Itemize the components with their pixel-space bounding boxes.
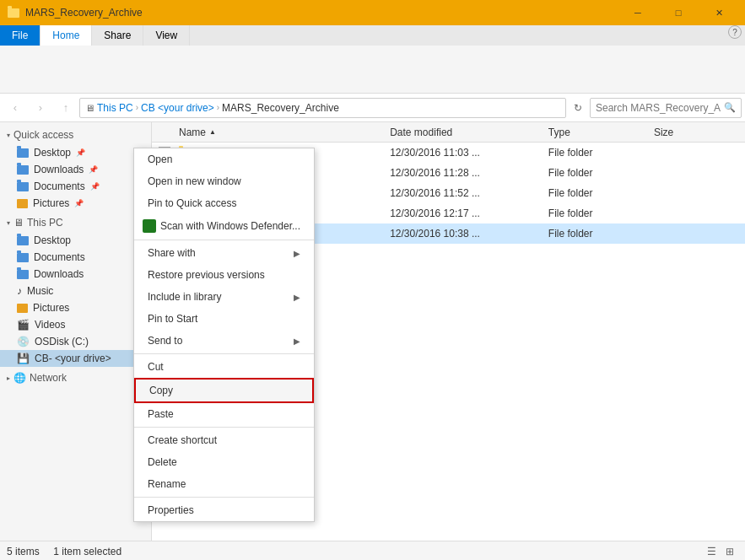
sidebar-item-music[interactable]: ♪ Music xyxy=(0,283,151,299)
ctx-share-with[interactable]: Share with ▶ xyxy=(134,242,314,264)
this-pc-label: This PC xyxy=(27,217,63,229)
network-icon: 🌐 xyxy=(13,372,26,384)
ctx-create-shortcut[interactable]: Create shortcut xyxy=(134,429,314,451)
tab-view[interactable]: View xyxy=(143,25,190,46)
sidebar-label-pictures: Pictures xyxy=(33,302,69,314)
this-pc-chevron: ▾ xyxy=(7,219,10,227)
ctx-sep3 xyxy=(134,427,314,428)
music-icon: ♪ xyxy=(17,285,22,297)
title-bar-left: MARS_Recovery_Archive xyxy=(7,6,143,19)
title-bar-icon xyxy=(7,6,20,19)
col-name-header[interactable]: Name ▲ xyxy=(179,127,390,138)
ctx-scan-label: Scan with Windows Defender... xyxy=(160,220,300,232)
sidebar-item-pictures[interactable]: Pictures xyxy=(0,299,151,316)
ctx-properties[interactable]: Properties xyxy=(134,499,314,521)
ctx-open-new-window[interactable]: Open in new window xyxy=(134,170,314,192)
tab-home[interactable]: Home xyxy=(40,25,92,46)
sidebar-item-downloads[interactable]: Downloads xyxy=(0,266,151,283)
ctx-open-new-label: Open in new window xyxy=(148,175,241,187)
ctx-open[interactable]: Open xyxy=(134,148,314,170)
breadcrumb-icon: 🖥 xyxy=(85,103,94,113)
sidebar-item-documents[interactable]: Documents xyxy=(0,249,151,266)
list-view-button[interactable]: ☰ xyxy=(703,544,720,559)
ctx-scan-defender[interactable]: Scan with Windows Defender... xyxy=(134,214,314,238)
documents-folder-icon xyxy=(17,253,29,262)
sidebar-item-pictures-qa[interactable]: Pictures 📌 xyxy=(0,195,151,212)
title-bar-text: MARS_Recovery_Archive xyxy=(25,7,143,19)
ctx-cut[interactable]: Cut xyxy=(134,356,314,378)
help-button[interactable]: ? xyxy=(728,25,742,39)
close-button[interactable]: ✕ xyxy=(699,0,738,25)
ctx-pin-start-label: Pin to Start xyxy=(148,313,197,325)
documents-icon xyxy=(17,182,29,191)
search-icon[interactable]: 🔍 xyxy=(724,102,736,113)
sidebar-label-desktop: Desktop xyxy=(34,234,71,246)
breadcrumb-thispc[interactable]: This PC xyxy=(97,102,133,114)
sidebar-item-documents-qa[interactable]: Documents 📌 xyxy=(0,178,151,195)
tab-file[interactable]: File xyxy=(0,25,40,46)
back-button[interactable]: ‹ xyxy=(3,96,27,120)
desktop-folder-icon xyxy=(17,236,29,245)
ctx-restore-versions[interactable]: Restore previous versions xyxy=(134,264,314,286)
tab-share[interactable]: Share xyxy=(92,25,143,46)
ctx-paste[interactable]: Paste xyxy=(134,403,314,425)
file-date-3: 12/30/2016 12:17 ... xyxy=(390,207,548,219)
ctx-share-label: Share with xyxy=(148,247,196,259)
quick-access-header[interactable]: ▾ Quick access xyxy=(0,126,151,144)
breadcrumb-bar[interactable]: 🖥 This PC › CB <your drive> › MARS_Recov… xyxy=(79,98,566,118)
sidebar-item-desktop-qa[interactable]: Desktop 📌 xyxy=(0,144,151,161)
network-chevron: ▸ xyxy=(7,374,10,382)
network-label: Network xyxy=(30,372,67,384)
ctx-pin-start[interactable]: Pin to Start xyxy=(134,308,314,330)
sidebar-label-videos: Videos xyxy=(35,319,65,331)
ctx-delete[interactable]: Delete xyxy=(134,451,314,473)
ctx-restore-label: Restore previous versions xyxy=(148,269,265,281)
this-pc-header[interactable]: ▾ 🖥 This PC xyxy=(0,213,151,232)
network-header[interactable]: ▸ 🌐 Network xyxy=(0,369,151,387)
col-size-header[interactable]: Size xyxy=(654,127,738,138)
minimize-button[interactable]: ─ xyxy=(618,0,657,25)
ctx-rename[interactable]: Rename xyxy=(134,473,314,495)
sidebar-item-osdisk[interactable]: 💿 OSDisk (C:) xyxy=(0,333,151,350)
ctx-rename-label: Rename xyxy=(148,478,186,490)
ctx-sendto-label: Send to xyxy=(148,335,182,347)
refresh-button[interactable]: ↻ xyxy=(568,98,588,118)
title-folder-icon xyxy=(8,8,19,18)
sidebar-item-videos[interactable]: 🎬 Videos xyxy=(0,316,151,333)
up-button[interactable]: ↑ xyxy=(54,96,78,120)
quick-access-chevron: ▾ xyxy=(7,132,10,139)
file-date-1: 12/30/2016 11:28 ... xyxy=(390,167,548,179)
breadcrumb-drive[interactable]: CB <your drive> xyxy=(141,102,214,114)
ctx-pin-label: Pin to Quick access xyxy=(148,197,236,209)
search-input[interactable] xyxy=(596,102,721,114)
col-type-header[interactable]: Type xyxy=(548,127,654,138)
file-type-4: File folder xyxy=(548,228,654,240)
details-view-button[interactable]: ⊞ xyxy=(721,544,738,559)
col-modified-header[interactable]: Date modified xyxy=(390,127,548,138)
this-pc-section: ▾ 🖥 This PC Desktop Documents Downloads … xyxy=(0,213,151,367)
file-date-0: 12/30/2016 11:03 ... xyxy=(390,147,548,159)
ctx-shortcut-label: Create shortcut xyxy=(148,434,217,446)
sidebar-item-label: Documents xyxy=(34,180,85,192)
pin-icon: 📌 xyxy=(76,148,85,157)
file-date-4: 12/30/2016 10:38 ... xyxy=(390,228,548,240)
sidebar-label-osdisk: OSDisk (C:) xyxy=(35,336,89,347)
pictures-icon xyxy=(17,199,28,208)
sidebar-item-your-drive[interactable]: 💾 CB- <your drive> xyxy=(0,350,151,367)
defender-icon xyxy=(143,219,156,233)
forward-button[interactable]: › xyxy=(29,96,52,120)
pin-icon3: 📌 xyxy=(90,182,100,191)
ctx-pin-quick-access[interactable]: Pin to Quick access xyxy=(134,192,314,214)
submenu-arrow-library: ▶ xyxy=(294,293,300,302)
main-layout: ▾ Quick access Desktop 📌 Downloads 📌 Doc… xyxy=(0,122,745,541)
ctx-include-library[interactable]: Include in library ▶ xyxy=(134,286,314,308)
disk-icon: 💿 xyxy=(17,336,30,347)
sidebar-item-downloads-qa[interactable]: Downloads 📌 xyxy=(0,161,151,178)
ctx-copy[interactable]: Copy xyxy=(134,378,314,403)
sidebar-item-desktop[interactable]: Desktop xyxy=(0,232,151,249)
ctx-copy-label: Copy xyxy=(149,385,173,396)
maximize-button[interactable]: □ xyxy=(659,0,698,25)
ribbon: File Home Share View ? xyxy=(0,25,745,94)
file-type-0: File folder xyxy=(548,147,654,159)
ctx-send-to[interactable]: Send to ▶ xyxy=(134,330,314,352)
